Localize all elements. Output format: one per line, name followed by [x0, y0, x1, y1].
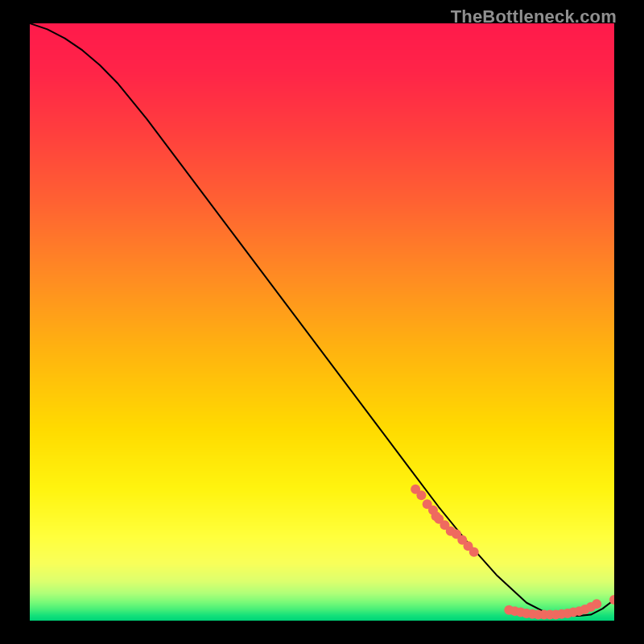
point-lower-cluster-a	[469, 547, 479, 557]
series-curve	[30, 23, 614, 616]
point-lower-cluster-b	[592, 599, 601, 609]
plot-area	[30, 23, 614, 621]
point-lower-cluster-a	[416, 490, 426, 500]
chart-stage: TheBottleneck.com	[0, 0, 644, 644]
series-overlay	[30, 23, 614, 621]
